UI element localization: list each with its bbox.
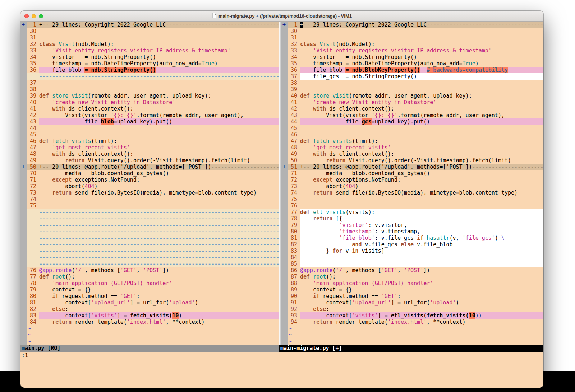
code-text[interactable]: [300, 125, 543, 131]
code-text[interactable]: visitor = ndb.StringProperty(): [39, 54, 279, 60]
code-text[interactable]: 'file_blob': v.file_gcs if hasattr(v, 'f…: [300, 235, 543, 241]
code-text[interactable]: Visit(visitor='{}: {}'.format(remote_add…: [39, 112, 279, 118]
code-text[interactable]: file_blob = ndb.StringProperty(): [39, 67, 279, 73]
code-text[interactable]: [300, 202, 543, 209]
code-text[interactable]: 'create new Visit entity in Datastore': [300, 99, 543, 106]
code-text[interactable]: file_blob=upload_key).put(): [39, 118, 279, 125]
code-text[interactable]: ----------------------------------------…: [39, 241, 279, 248]
code-text[interactable]: [300, 261, 543, 267]
code-text[interactable]: context = {}: [39, 286, 279, 293]
code-text[interactable]: except exceptions.NotFound:: [300, 177, 543, 183]
code-text[interactable]: else:: [300, 306, 543, 312]
code-text[interactable]: ----------------------------------------…: [39, 222, 279, 228]
code-text[interactable]: context = {}: [300, 286, 543, 293]
code-text[interactable]: timestamp = ndb.DateTimeProperty(auto_no…: [39, 60, 279, 67]
code-text[interactable]: timestamp = ndb.DateTimeProperty(auto_no…: [300, 60, 543, 67]
code-text[interactable]: context['visits'] = etl_visits(fetch_vis…: [300, 312, 543, 319]
code-text[interactable]: if request.method == 'GET':: [39, 293, 279, 299]
code-text[interactable]: def fetch_visits(limit):: [39, 138, 279, 144]
code-text[interactable]: [300, 86, 543, 93]
code-text[interactable]: [39, 28, 279, 34]
code-text[interactable]: 'Visit entity registers visitor IP addre…: [39, 47, 279, 54]
code-text[interactable]: [300, 34, 543, 41]
code-text[interactable]: ----------------------------------------…: [39, 261, 279, 267]
code-text[interactable]: return Visit.query().order(-Visit.timest…: [39, 157, 279, 164]
code-text[interactable]: media = blob.download_as_bytes(): [300, 170, 543, 177]
code-text[interactable]: [300, 131, 543, 138]
code-text[interactable]: return render_template('index.html', **c…: [39, 319, 279, 325]
code-text[interactable]: @app.route('/', methods=['GET', 'POST']): [300, 267, 543, 274]
code-text[interactable]: def etl_visits(visits):: [300, 209, 543, 215]
code-text[interactable]: if request.method == 'GET':: [300, 293, 543, 299]
code-text[interactable]: class Visit(ndb.Model):: [300, 41, 543, 47]
code-text[interactable]: ----------------------------------------…: [39, 228, 279, 235]
code-text[interactable]: ----------------------------------------…: [39, 235, 279, 241]
code-text[interactable]: return [{: [300, 215, 543, 222]
code-text[interactable]: [300, 254, 543, 261]
code-text[interactable]: with ds_client.context():: [39, 151, 279, 157]
code-text[interactable]: return Visit.query().order(-Visit.timest…: [300, 157, 543, 164]
code-text[interactable]: abort(404): [39, 183, 279, 190]
code-text[interactable]: 'create new Visit entity in Datastore': [39, 99, 279, 106]
code-text[interactable]: with ds_client.context():: [39, 106, 279, 112]
fold-marker-plus[interactable]: +: [281, 164, 288, 170]
code-text[interactable]: def root():: [300, 274, 543, 280]
code-text[interactable]: with ds_client.context():: [300, 106, 543, 112]
code-text[interactable]: file_gcs=upload_key).put(): [300, 118, 543, 125]
code-text[interactable]: 'get most recent visits': [39, 144, 279, 151]
code-text[interactable]: 'Visit entity registers visitor IP addre…: [300, 47, 543, 54]
code-text[interactable]: [300, 80, 543, 86]
code-text[interactable]: [39, 80, 279, 86]
code-text[interactable]: [39, 125, 279, 131]
fold-marker-plus[interactable]: +: [20, 164, 27, 170]
code-text[interactable]: +-- 29 lines: Copyright 2022 Google LLC-…: [39, 22, 279, 28]
code-text[interactable]: [39, 86, 279, 93]
code-text[interactable]: def fetch_visits(limit):: [300, 138, 543, 144]
code-text[interactable]: return send_file(io.BytesIO(media), mime…: [300, 190, 543, 196]
code-text[interactable]: file_gcs = ndb.StringProperty(): [300, 73, 543, 80]
code-text[interactable]: ----------------------------------------…: [39, 215, 279, 222]
code-text[interactable]: Visit(visitor='{}: {}'.format(remote_add…: [300, 112, 543, 118]
code-text[interactable]: +-- 29 lines: Copyright 2022 Google LLC-…: [300, 22, 543, 28]
code-text[interactable]: return render_template('index.html', **c…: [300, 319, 543, 325]
zoom-button[interactable]: [39, 14, 43, 18]
code-text[interactable]: abort(404): [300, 183, 543, 190]
titlebar[interactable]: main-migrate.py + (/private/tmp/mod16-cl…: [20, 11, 543, 22]
code-text[interactable]: [300, 196, 543, 202]
code-text[interactable]: +-- 20 lines: @app.route('/upload', meth…: [39, 164, 279, 170]
code-text[interactable]: visitor = ndb.StringProperty(): [300, 54, 543, 60]
code-text[interactable]: +-- 20 lines: @app.route('/upload', meth…: [300, 164, 543, 170]
code-text[interactable]: 'timestamp': v.timestamp,: [300, 228, 543, 235]
code-text[interactable]: def store_visit(remote_addr, user_agent,…: [300, 93, 543, 99]
code-text[interactable]: 'get most recent visits': [300, 144, 543, 151]
code-text[interactable]: with ds_client.context():: [300, 151, 543, 157]
fold-marker-plus[interactable]: +: [20, 22, 27, 28]
code-text[interactable]: context['visits'] = fetch_visits(10): [39, 312, 279, 319]
code-text[interactable]: else:: [39, 306, 279, 312]
code-text[interactable]: [300, 28, 543, 34]
code-text[interactable]: return send_file(io.BytesIO(media), mime…: [39, 190, 279, 196]
code-text[interactable]: context['upload_url'] = url_for('upload'…: [300, 299, 543, 306]
code-text[interactable]: [39, 131, 279, 138]
code-text[interactable]: ----------------------------------------…: [39, 248, 279, 254]
code-text[interactable]: def root():: [39, 274, 279, 280]
code-text[interactable]: 'visitor': v.visitor,: [300, 222, 543, 228]
code-text[interactable]: [39, 202, 279, 209]
code-text[interactable]: ----------------------------------------…: [39, 254, 279, 261]
code-text[interactable]: and v.file_gcs else v.file_blob: [300, 241, 543, 248]
code-text[interactable]: ----------------------------------------…: [39, 209, 279, 215]
code-text[interactable]: 'main application (GET/POST) handler': [300, 280, 543, 286]
minimize-button[interactable]: [32, 14, 36, 18]
code-text[interactable]: file_blob = ndb.BlobKeyProperty() # back…: [300, 67, 543, 73]
code-text[interactable]: @app.route('/', methods=['GET', 'POST']): [39, 267, 279, 274]
code-text[interactable]: [39, 34, 279, 41]
code-text[interactable]: media = blob.download_as_bytes(): [39, 170, 279, 177]
code-text[interactable]: } for v in visits]: [300, 248, 543, 254]
code-text[interactable]: 'main application (GET/POST) handler': [39, 280, 279, 286]
code-text[interactable]: class Visit(ndb.Model):: [39, 41, 279, 47]
code-text[interactable]: ----------------------------------------…: [39, 73, 279, 80]
code-text[interactable]: context['upload_url'] = url_for('upload'…: [39, 299, 279, 306]
code-text[interactable]: [39, 196, 279, 202]
vim-command-line[interactable]: :1: [20, 352, 543, 359]
code-text[interactable]: except exceptions.NotFound:: [39, 177, 279, 183]
